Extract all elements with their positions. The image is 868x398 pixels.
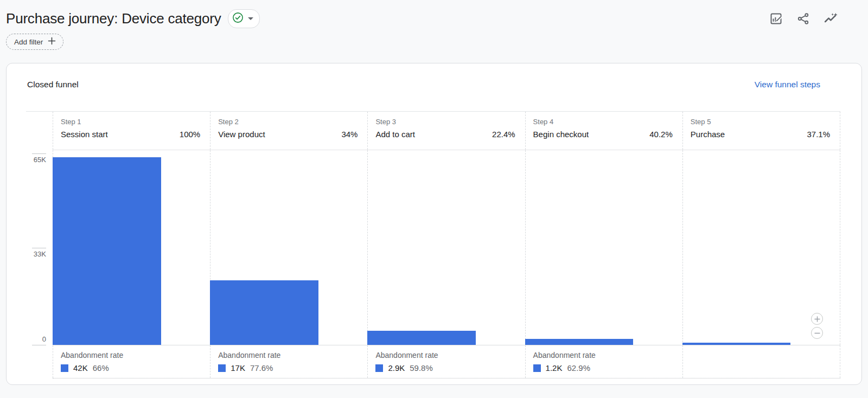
axis-gutter-header [26, 112, 53, 150]
abandonment-cell-2: Abandonment rate 17K 77.6% [210, 345, 367, 378]
step-number: Step 4 [533, 118, 673, 126]
card-header: Closed funnel View funnel steps [7, 63, 861, 89]
minus-icon [814, 330, 820, 336]
funnel-chart: Step 1 Session start 100% Step 2 View pr… [26, 111, 840, 378]
share-icon [796, 19, 810, 27]
page-title: Purchase journey: Device category [6, 10, 221, 27]
step-name: View product [218, 130, 265, 139]
step-header-cols: Step 1 Session start 100% Step 2 View pr… [53, 112, 840, 150]
abandonment-cell-1: Abandonment rate 42K 66% [53, 345, 210, 378]
funnel-column-1 [53, 150, 210, 345]
chart-zoom-controls [811, 313, 823, 339]
step-number: Step 1 [61, 118, 200, 126]
funnel-bar-begin-checkout[interactable] [525, 339, 634, 345]
abandonment-label: Abandonment rate [61, 351, 202, 360]
abandonment-count: 17K [231, 363, 245, 373]
plus-icon [814, 316, 820, 322]
y-tick-label: 33K [32, 250, 46, 258]
step-header-row: Step 1 Session start 100% Step 2 View pr… [26, 111, 840, 150]
y-tick-label: 65K [32, 156, 46, 164]
abandonment-cell-5 [682, 345, 840, 378]
step-completion-rate: 100% [180, 130, 200, 139]
add-filter-label: Add filter [14, 38, 43, 46]
step-header-4: Step 4 Begin checkout 40.2% [525, 112, 682, 150]
y-axis: 65K 33K 0 [26, 150, 53, 345]
abandonment-rate: 59.8% [410, 363, 433, 373]
step-header-5: Step 5 Purchase 37.1% [682, 112, 840, 150]
funnel-bar-session-start[interactable] [53, 157, 161, 345]
share-button[interactable] [796, 12, 810, 25]
edit-chart-button[interactable] [769, 11, 783, 26]
plot-columns [53, 150, 840, 345]
abandonment-count: 1.2K [546, 363, 563, 373]
abandonment-count: 42K [73, 363, 88, 373]
tick-line [32, 153, 46, 154]
step-completion-rate: 40.2% [649, 130, 673, 139]
abandonment-cell-4: Abandonment rate 1.2K 62.9% [525, 345, 682, 378]
zoom-in-button[interactable] [811, 313, 823, 325]
legend-swatch [61, 364, 68, 372]
edit-chart-icon [769, 20, 783, 28]
insights-icon [823, 20, 839, 28]
plot-area: 65K 33K 0 [26, 150, 840, 345]
exploration-topbar: Purchase journey: Device category [0, 0, 868, 50]
step-number: Step 5 [691, 118, 830, 126]
y-tick-65k: 65K [32, 153, 46, 164]
funnel-column-2 [210, 150, 367, 345]
abandonment-count: 2.9K [388, 363, 405, 373]
plus-icon [48, 37, 56, 47]
step-completion-rate: 34% [341, 130, 358, 139]
abandonment-label: Abandonment rate [533, 351, 675, 360]
validation-status-dropdown[interactable] [228, 9, 260, 28]
step-name: Session start [61, 130, 108, 139]
tick-line [32, 248, 46, 248]
step-header-3: Step 3 Add to cart 22.4% [367, 112, 525, 150]
legend-swatch [375, 364, 383, 372]
toolbar-actions [769, 11, 839, 27]
abandonment-label: Abandonment rate [218, 351, 360, 360]
step-number: Step 3 [375, 118, 515, 126]
abandonment-cell-3: Abandonment rate 2.9K 59.8% [367, 345, 525, 378]
title-row: Purchase journey: Device category [6, 7, 839, 30]
check-circle-icon [232, 12, 244, 25]
funnel-card: Closed funnel View funnel steps Step 1 S… [6, 63, 862, 385]
abandonment-rate: 62.9% [567, 363, 590, 373]
abandonment-label: Abandonment rate [375, 351, 517, 360]
funnel-bar-view-product[interactable] [210, 280, 318, 345]
chevron-down-icon [248, 17, 253, 20]
funnel-bar-add-to-cart[interactable] [367, 331, 476, 345]
step-header-2: Step 2 View product 34% [210, 112, 367, 150]
view-funnel-steps-link[interactable]: View funnel steps [755, 80, 820, 89]
y-tick-33k: 33K [32, 248, 46, 258]
step-name: Purchase [691, 130, 725, 139]
card-title: Closed funnel [27, 80, 79, 89]
add-filter-button[interactable]: Add filter [6, 34, 63, 50]
legend-swatch [533, 364, 541, 372]
step-name: Add to cart [375, 130, 415, 139]
legend-swatch [218, 364, 226, 372]
abandonment-cols: Abandonment rate 42K 66% Abandonment rat… [53, 345, 840, 378]
step-header-1: Step 1 Session start 100% [53, 112, 210, 150]
step-number: Step 2 [218, 118, 358, 126]
abandonment-rate: 66% [93, 363, 109, 373]
funnel-column-3 [367, 150, 525, 345]
step-completion-rate: 22.4% [492, 130, 515, 139]
axis-gutter-footer [26, 345, 53, 378]
y-tick-0: 0 [32, 335, 46, 345]
insights-button[interactable] [823, 11, 839, 27]
zoom-out-button[interactable] [811, 327, 823, 339]
step-name: Begin checkout [533, 130, 589, 139]
step-completion-rate: 37.1% [807, 130, 830, 139]
filter-row: Add filter [6, 34, 839, 50]
y-tick-label: 0 [32, 335, 46, 343]
abandonment-row: Abandonment rate 42K 66% Abandonment rat… [26, 345, 840, 378]
funnel-bar-purchase[interactable] [682, 343, 791, 345]
abandonment-rate: 77.6% [250, 363, 273, 373]
funnel-column-4 [525, 150, 682, 345]
